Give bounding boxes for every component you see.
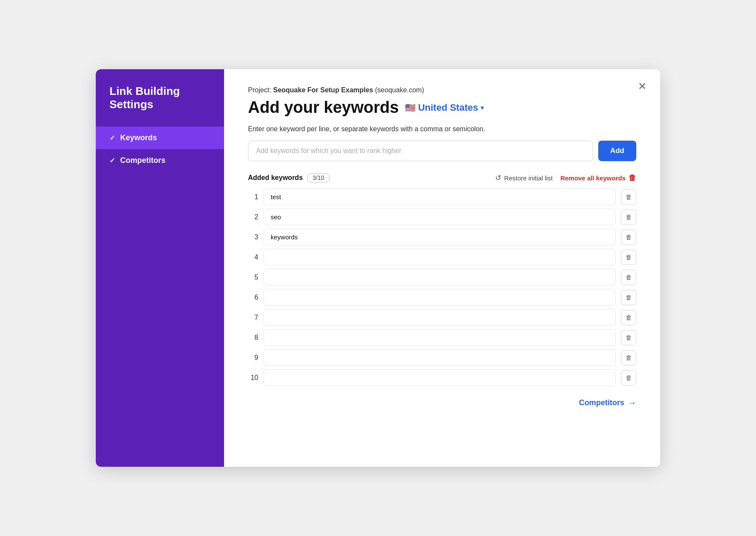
keyword-row-input-3[interactable] bbox=[263, 229, 616, 245]
project-domain: (seoquake.com) bbox=[375, 86, 424, 94]
delete-keyword-button-2[interactable]: 🗑 bbox=[621, 209, 636, 225]
competitors-next-label: Competitors bbox=[579, 398, 624, 407]
country-name: United States bbox=[418, 102, 478, 113]
keywords-actions: ↺ Restore initial list Remove all keywor… bbox=[495, 174, 636, 183]
trash-icon: 🗑 bbox=[626, 334, 632, 341]
sidebar-keywords-label: Keywords bbox=[120, 133, 157, 142]
main-content: ✕ Project: Seoquake For Setup Examples (… bbox=[224, 69, 660, 467]
trash-icon: 🗑 bbox=[626, 294, 632, 301]
check-icon-competitors: ✓ bbox=[109, 156, 115, 165]
sidebar: Link Building Settings ✓ Keywords ✓ Comp… bbox=[96, 69, 224, 467]
added-keywords-label: Added keywords bbox=[248, 174, 303, 182]
keyword-row: 5🗑 bbox=[248, 269, 636, 286]
keyword-row-input-9[interactable] bbox=[263, 349, 616, 366]
sidebar-competitors-label: Competitors bbox=[120, 156, 165, 165]
keyword-row-input-6[interactable] bbox=[263, 289, 616, 306]
delete-keyword-button-8[interactable]: 🗑 bbox=[621, 330, 636, 345]
footer-row: Competitors → bbox=[248, 398, 636, 408]
delete-keyword-button-7[interactable]: 🗑 bbox=[621, 310, 636, 325]
keyword-row-input-5[interactable] bbox=[263, 269, 616, 286]
keyword-row: 1🗑 bbox=[248, 188, 636, 205]
add-keyword-button[interactable]: Add bbox=[598, 141, 636, 161]
keyword-row-input-10[interactable] bbox=[263, 369, 616, 386]
modal: Link Building Settings ✓ Keywords ✓ Comp… bbox=[96, 69, 660, 467]
trash-icon: 🗑 bbox=[626, 193, 632, 200]
close-button[interactable]: ✕ bbox=[636, 80, 648, 93]
keyword-row: 9🗑 bbox=[248, 349, 636, 366]
row-number: 8 bbox=[248, 334, 258, 342]
trash-icon: 🗑 bbox=[626, 274, 632, 281]
project-label: Project: Seoquake For Setup Examples (se… bbox=[248, 86, 636, 94]
row-number: 5 bbox=[248, 274, 258, 281]
keyword-row: 4🗑 bbox=[248, 249, 636, 265]
country-selector[interactable]: 🇺🇸 United States ▾ bbox=[405, 102, 484, 113]
restore-icon: ↺ bbox=[495, 174, 501, 183]
trash-icon-red: 🗑 bbox=[629, 174, 636, 183]
keyword-row: 3🗑 bbox=[248, 229, 636, 245]
restore-label: Restore initial list bbox=[504, 174, 552, 182]
keyword-row-input-2[interactable] bbox=[263, 209, 616, 225]
restore-initial-list-button[interactable]: ↺ Restore initial list bbox=[495, 174, 552, 183]
keyword-row: 10🗑 bbox=[248, 369, 636, 386]
trash-icon: 🗑 bbox=[626, 314, 632, 321]
trash-icon: 🗑 bbox=[626, 213, 632, 221]
keyword-row: 8🗑 bbox=[248, 329, 636, 346]
row-number: 4 bbox=[248, 253, 258, 261]
keyword-row-input-1[interactable] bbox=[263, 188, 616, 205]
trash-icon: 🗑 bbox=[626, 253, 632, 261]
delete-keyword-button-5[interactable]: 🗑 bbox=[621, 270, 636, 285]
sidebar-item-keywords[interactable]: ✓ Keywords bbox=[96, 127, 224, 149]
delete-keyword-button-4[interactable]: 🗑 bbox=[621, 250, 636, 265]
delete-keyword-button-1[interactable]: 🗑 bbox=[621, 189, 636, 205]
chevron-down-icon: ▾ bbox=[481, 104, 484, 111]
delete-keyword-button-9[interactable]: 🗑 bbox=[621, 350, 636, 365]
row-number: 1 bbox=[248, 193, 258, 201]
page-title-text: Add your keywords bbox=[248, 98, 399, 117]
remove-all-label: Remove all keywords bbox=[560, 174, 626, 182]
competitors-next-button[interactable]: Competitors → bbox=[579, 398, 636, 408]
keyword-row-input-4[interactable] bbox=[263, 249, 616, 265]
trash-icon: 🗑 bbox=[626, 233, 632, 241]
check-icon-keywords: ✓ bbox=[109, 134, 115, 142]
keyword-row-input-8[interactable] bbox=[263, 329, 616, 346]
row-number: 3 bbox=[248, 233, 258, 241]
keyword-row: 7🗑 bbox=[248, 309, 636, 326]
project-name: Seoquake For Setup Examples bbox=[273, 86, 373, 94]
delete-keyword-button-10[interactable]: 🗑 bbox=[621, 370, 636, 386]
keyword-row: 6🗑 bbox=[248, 289, 636, 306]
row-number: 6 bbox=[248, 294, 258, 301]
keyword-rows-container: 1🗑2🗑3🗑4🗑5🗑6🗑7🗑8🗑9🗑10🗑 bbox=[248, 188, 636, 386]
keywords-count-badge: 3/10 bbox=[307, 173, 330, 183]
keyword-input[interactable] bbox=[248, 141, 593, 161]
sidebar-title: Link Building Settings bbox=[96, 85, 224, 127]
remove-all-keywords-button[interactable]: Remove all keywords 🗑 bbox=[560, 174, 636, 183]
keywords-header: Added keywords 3/10 ↺ Restore initial li… bbox=[248, 173, 636, 183]
arrow-right-icon: → bbox=[628, 398, 636, 408]
trash-icon: 🗑 bbox=[626, 354, 632, 361]
trash-icon: 🗑 bbox=[626, 374, 632, 381]
keyword-row-input-7[interactable] bbox=[263, 309, 616, 326]
page-title-row: Add your keywords 🇺🇸 United States ▾ bbox=[248, 98, 636, 117]
row-number: 7 bbox=[248, 314, 258, 321]
row-number: 9 bbox=[248, 354, 258, 362]
row-number: 2 bbox=[248, 213, 258, 221]
delete-keyword-button-3[interactable]: 🗑 bbox=[621, 230, 636, 245]
subtitle: Enter one keyword per line, or separate … bbox=[248, 125, 636, 133]
keyword-input-row: Add bbox=[248, 141, 636, 161]
keyword-row: 2🗑 bbox=[248, 209, 636, 225]
us-flag-icon: 🇺🇸 bbox=[405, 103, 416, 113]
delete-keyword-button-6[interactable]: 🗑 bbox=[621, 290, 636, 305]
sidebar-item-competitors[interactable]: ✓ Competitors bbox=[96, 149, 224, 172]
row-number: 10 bbox=[248, 374, 258, 382]
